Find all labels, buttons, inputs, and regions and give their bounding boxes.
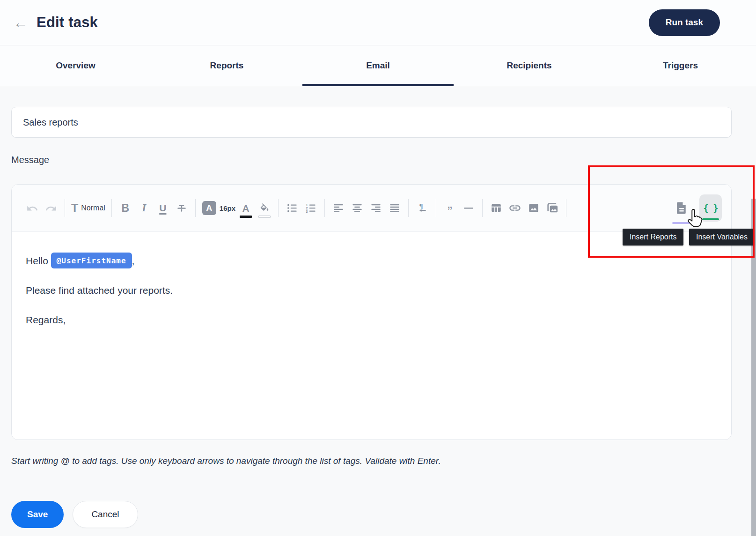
numbered-list-icon: 123	[305, 202, 317, 214]
tooltip-insert-reports: Insert Reports	[623, 229, 683, 246]
link-button[interactable]	[506, 197, 524, 219]
toolbar-separator	[278, 199, 279, 217]
toolbar-separator	[566, 199, 566, 217]
font-icon: A	[202, 201, 216, 215]
tab-reports[interactable]: Reports	[151, 45, 302, 86]
table-icon	[490, 202, 502, 214]
text-direction-button[interactable]: ¶	[413, 197, 432, 219]
text-direction-icon: ¶	[416, 202, 428, 214]
redo-button[interactable]	[42, 197, 60, 219]
signature-line: Regards,	[26, 313, 717, 327]
page-title: Edit task	[37, 14, 98, 31]
underline-button[interactable]: U	[154, 197, 172, 219]
greeting-line: Hello @UserFirstName,	[26, 253, 717, 268]
undo-icon	[26, 202, 38, 214]
text-color-swatch	[240, 216, 252, 218]
save-button[interactable]: Save	[11, 501, 64, 528]
tab-recipients[interactable]: Recipients	[454, 45, 605, 86]
font-button[interactable]: A	[200, 197, 219, 219]
message-body[interactable]: Hello @UserFirstName, Please find attach…	[12, 232, 731, 363]
run-task-button[interactable]: Run task	[649, 9, 720, 36]
bullet-list-icon	[286, 202, 298, 214]
bullet-list-button[interactable]	[283, 197, 301, 219]
horizontal-rule-button[interactable]	[459, 197, 478, 219]
fill-color-icon	[259, 202, 270, 214]
svg-text:3: 3	[306, 209, 308, 214]
text-color-button[interactable]: A	[236, 197, 255, 219]
arrow-left-icon: ←	[13, 14, 28, 31]
italic-button[interactable]: I	[135, 197, 154, 219]
toolbar-separator	[324, 199, 325, 217]
toolbar-separator	[65, 199, 65, 217]
align-right-button[interactable]	[367, 197, 385, 219]
bold-button[interactable]: B	[116, 197, 135, 219]
svg-text:¶: ¶	[419, 202, 423, 210]
body-line: Please find attached your reports.	[26, 283, 717, 298]
paragraph-style-value[interactable]: Normal	[81, 204, 105, 212]
header: ← Edit task Run task	[0, 0, 756, 45]
editor-toolbar: T Normal B I U A	[12, 185, 731, 232]
greeting-suffix: ,	[132, 255, 135, 266]
tooltip-insert-variables: Insert Variables	[689, 229, 755, 246]
tab-email[interactable]: Email	[302, 45, 454, 86]
subject-input[interactable]	[11, 107, 732, 138]
paragraph-style-button[interactable]: T	[69, 197, 80, 219]
toolbar-separator	[408, 199, 409, 217]
strikethrough-icon	[176, 202, 187, 214]
tab-bar: Overview Reports Email Recipients Trigge…	[0, 45, 756, 86]
font-size-control[interactable]: 16px	[220, 204, 235, 212]
fill-color-button[interactable]	[255, 197, 274, 219]
tab-triggers[interactable]: Triggers	[605, 45, 756, 86]
toolbar-separator	[482, 199, 483, 217]
justify-icon	[389, 202, 401, 214]
cursor-pointer-icon	[684, 208, 704, 230]
fill-color-swatch	[258, 216, 271, 218]
text-color-icon: A	[242, 203, 249, 213]
paragraph-style-icon: T	[71, 201, 78, 215]
variables-underline	[702, 218, 719, 220]
gallery-icon	[546, 201, 559, 215]
align-left-button[interactable]	[329, 197, 348, 219]
email-tab-panel: Message T Normal B	[0, 86, 756, 528]
tags-helper-text: Start writing @ to add tags. Use only ke…	[11, 456, 732, 466]
horizontal-rule-icon	[462, 202, 475, 214]
align-center-button[interactable]	[348, 197, 367, 219]
toolbar-separator	[195, 199, 196, 217]
form-actions: Save Cancel	[11, 501, 732, 528]
strikethrough-button[interactable]	[172, 197, 191, 219]
user-first-name-tag[interactable]: @UserFirstName	[51, 253, 132, 268]
redo-icon	[45, 202, 57, 214]
back-button[interactable]: ←	[10, 15, 31, 30]
justify-button[interactable]	[385, 197, 404, 219]
numbered-list-button[interactable]: 123	[301, 197, 320, 219]
image-icon	[528, 202, 540, 214]
insert-variables-icon: { }	[703, 203, 718, 213]
edit-task-page: ← Edit task Run task Overview Reports Em…	[0, 0, 756, 536]
tab-overview[interactable]: Overview	[0, 45, 151, 86]
undo-button[interactable]	[23, 197, 42, 219]
align-center-icon	[351, 202, 363, 214]
align-left-icon	[332, 202, 345, 214]
message-label: Message	[11, 155, 732, 165]
insert-image-button[interactable]	[524, 197, 543, 219]
link-icon	[508, 201, 521, 215]
greeting-prefix: Hello	[26, 255, 51, 266]
toolbar-separator	[111, 199, 112, 217]
toolbar-separator	[436, 199, 436, 217]
cancel-button[interactable]: Cancel	[73, 501, 138, 528]
insert-gallery-button[interactable]	[543, 197, 562, 219]
table-button[interactable]	[487, 197, 506, 219]
vertical-scrollbar[interactable]	[751, 199, 756, 536]
align-right-icon	[370, 202, 382, 214]
bold-icon: B	[122, 202, 130, 215]
blockquote-button[interactable]: ”	[440, 197, 459, 219]
message-editor[interactable]: T Normal B I U A	[11, 184, 732, 440]
italic-icon: I	[142, 202, 146, 214]
underline-icon: U	[159, 202, 166, 214]
